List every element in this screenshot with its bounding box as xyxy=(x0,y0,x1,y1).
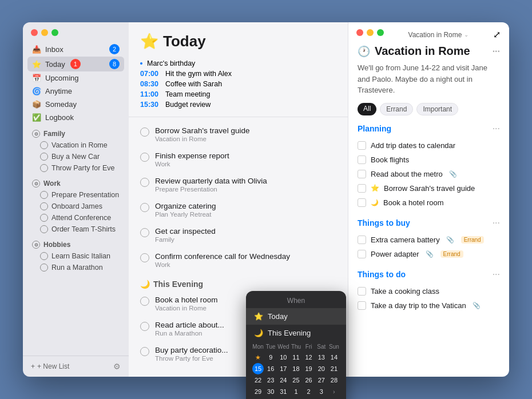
sidebar-item-vacation[interactable]: Vacation in Rome xyxy=(27,139,124,151)
cal-cell[interactable]: 31 xyxy=(277,386,289,397)
check-item[interactable]: Book flights xyxy=(358,153,500,167)
cal-cell[interactable]: 2 xyxy=(303,386,315,397)
sidebar-item-inbox[interactable]: 📥 Inbox 2 xyxy=(27,42,124,57)
next-month-arrow[interactable]: › xyxy=(328,386,340,397)
check-box[interactable] xyxy=(358,155,366,164)
checklist-title: Planning xyxy=(358,124,391,133)
check-box[interactable] xyxy=(358,170,366,178)
cal-cell[interactable]: 22 xyxy=(252,374,264,386)
cal-cell[interactable]: 20 xyxy=(316,363,327,374)
sidebar-item-learn-italian[interactable]: Learn Basic Italian xyxy=(27,250,124,262)
cal-cell[interactable]: 10 xyxy=(277,352,289,363)
when-option-evening[interactable]: 🌙 This Evening xyxy=(246,325,346,341)
sidebar-item-anytime[interactable]: 🌀 Anytime xyxy=(27,85,124,98)
check-box[interactable] xyxy=(358,184,366,193)
check-box[interactable] xyxy=(358,141,366,150)
minimize-button[interactable] xyxy=(41,29,48,36)
sidebar-item-throw-party[interactable]: Throw Party for Eve xyxy=(27,162,124,174)
check-box[interactable] xyxy=(358,250,366,258)
check-item[interactable]: Add trip dates to calendar xyxy=(358,138,500,153)
sidebar-item-logbook[interactable]: ✅ Logbook xyxy=(27,111,124,124)
task-checkbox[interactable] xyxy=(140,253,149,262)
task-checkbox[interactable] xyxy=(140,297,149,306)
cal-cell[interactable]: 11 xyxy=(290,352,301,363)
check-box[interactable] xyxy=(358,236,366,244)
sidebar-item-upcoming[interactable]: 📅 Upcoming xyxy=(27,71,124,85)
check-box[interactable] xyxy=(358,287,366,296)
check-item[interactable]: Power adapter 📎 Errand xyxy=(358,247,500,261)
detail-expand-icon[interactable]: ⤢ xyxy=(493,29,501,40)
schedule-item-team: 11:00 Team meeting xyxy=(140,89,336,99)
close-button[interactable] xyxy=(31,29,38,36)
check-box[interactable] xyxy=(358,198,366,207)
checklist-more-button[interactable]: ··· xyxy=(493,269,500,280)
cal-cell[interactable]: 3 xyxy=(316,386,327,397)
cal-cell[interactable]: 27 xyxy=(316,374,327,386)
sidebar-item-someday[interactable]: 📦 Someday xyxy=(27,98,124,111)
detail-close[interactable] xyxy=(356,29,363,36)
detail-minimize[interactable] xyxy=(367,29,374,36)
cal-cell[interactable]: 1 xyxy=(290,386,301,397)
tag-important[interactable]: Important xyxy=(416,103,458,115)
cal-cell[interactable]: 24 xyxy=(277,374,289,386)
new-list-button[interactable]: + + New List xyxy=(31,362,69,370)
tag-all[interactable]: All xyxy=(358,103,376,115)
sidebar-item-buy-car[interactable]: Buy a New Car xyxy=(27,151,124,162)
task-checkbox[interactable] xyxy=(140,322,149,331)
cal-cell[interactable]: 30 xyxy=(265,386,276,397)
task-item[interactable]: Borrow Sarah's travel guide Vacation in … xyxy=(129,122,348,147)
cal-cell[interactable]: 18 xyxy=(290,363,301,374)
cal-cell[interactable]: 14 xyxy=(328,352,340,363)
more-options-icon[interactable]: ··· xyxy=(493,46,500,57)
sidebar-item-order-tshirts[interactable]: Order Team T-Shirts xyxy=(27,224,124,235)
cal-cell[interactable]: 12 xyxy=(303,352,315,363)
cal-cell-today[interactable]: 15 xyxy=(252,363,264,374)
task-checkbox[interactable] xyxy=(140,153,149,162)
sidebar-item-onboard-james[interactable]: Onboard James xyxy=(27,201,124,212)
tag-errand[interactable]: Errand xyxy=(380,103,413,115)
check-item[interactable]: ⭐ Borrow Sarah's travel guide xyxy=(358,181,500,195)
task-checkbox[interactable] xyxy=(140,178,149,187)
task-item[interactable]: Organize catering Plan Yearly Retreat xyxy=(129,197,348,222)
cal-cell[interactable]: 26 xyxy=(303,374,315,386)
cal-cell[interactable]: 28 xyxy=(328,374,340,386)
checklist-more-button[interactable]: ··· xyxy=(493,123,500,134)
sidebar-item-prepare-presentation[interactable]: Prepare Presentation xyxy=(27,189,124,201)
check-item[interactable]: Extra camera battery 📎 Errand xyxy=(358,233,500,247)
cal-cell[interactable]: 13 xyxy=(316,352,327,363)
errand-tag: Errand xyxy=(461,236,484,244)
task-checkbox[interactable] xyxy=(140,203,149,212)
task-checkbox[interactable] xyxy=(140,347,149,356)
check-item[interactable]: Take a day trip to the Vatican 📎 xyxy=(358,298,500,313)
cal-cell[interactable]: 17 xyxy=(277,363,289,374)
maximize-button[interactable] xyxy=(51,29,58,36)
detail-maximize[interactable] xyxy=(377,29,384,36)
cal-cell[interactable]: 21 xyxy=(328,363,340,374)
sidebar-item-attend-conference[interactable]: Attend Conference xyxy=(27,212,124,224)
check-item[interactable]: 🌙 Book a hotel room xyxy=(358,195,500,210)
cal-cell[interactable]: 19 xyxy=(303,363,315,374)
sidebar-item-today[interactable]: ⭐ Today 1 8 xyxy=(27,57,124,71)
checklist-more-button[interactable]: ··· xyxy=(493,218,500,228)
task-checkbox[interactable] xyxy=(140,127,149,137)
check-box[interactable] xyxy=(358,301,366,310)
task-item[interactable]: Review quarterly data with Olivia Prepar… xyxy=(129,172,348,197)
task-item[interactable]: Get car inspected Family xyxy=(129,222,348,248)
cal-cell[interactable]: 25 xyxy=(290,374,301,386)
task-sub: Prepare Presentation xyxy=(155,186,267,193)
sidebar-item-run-marathon[interactable]: Run a Marathon xyxy=(27,262,124,273)
new-list-label: + New List xyxy=(37,362,69,370)
when-option-today[interactable]: ⭐ Today xyxy=(246,308,346,325)
task-item[interactable]: Confirm conference call for Wednesday Wo… xyxy=(129,248,348,273)
cal-cell[interactable]: ★ xyxy=(252,352,264,363)
cal-cell[interactable]: 29 xyxy=(252,386,264,397)
cal-cell[interactable]: 16 xyxy=(265,363,276,374)
cal-cell[interactable]: 23 xyxy=(265,374,276,386)
task-checkbox[interactable] xyxy=(140,228,149,237)
section-work: ⊙ Work xyxy=(27,174,124,189)
filter-icon[interactable]: ⚙ xyxy=(113,362,121,371)
check-item[interactable]: Take a cooking class xyxy=(358,284,500,298)
task-item[interactable]: Finish expense report Work xyxy=(129,147,348,172)
check-item[interactable]: Read about the metro 📎 xyxy=(358,167,500,181)
cal-cell[interactable]: 9 xyxy=(265,352,276,363)
